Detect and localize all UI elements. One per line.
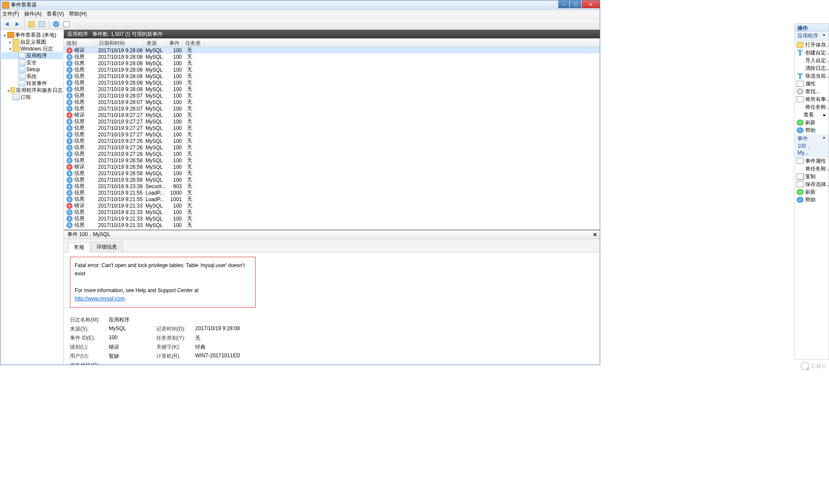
window-title: 事件查看器 [11,1,37,9]
tree-security[interactable]: 安全 [1,59,63,66]
action-import-custom[interactable]: 导入自定... [795,57,829,64]
action-clear-log[interactable]: 清除日志... [795,64,829,72]
tree-windows-logs[interactable]: ▾Windows 日志 [1,45,63,52]
menu-view[interactable]: 查看(V) [47,10,64,18]
prop-computer-label: 计算机(R): [156,353,195,360]
table-row[interactable]: i信息2017/10/19 9:27:26MySQL100无 [64,151,600,157]
action-properties[interactable]: 属性 [795,80,829,88]
event-rows[interactable]: !错误2017/10/19 9:28:08MySQL100无i信息2017/10… [64,47,600,230]
table-row[interactable]: !错误2017/10/19 9:21:33MySQL100无 [64,202,600,209]
tab-general[interactable]: 常规 [68,242,90,252]
menu-file[interactable]: 文件(F) [2,10,19,18]
actions-section-event[interactable]: 事件 100，My...▲ [795,134,829,157]
export-button[interactable] [62,19,71,29]
action-filter-current[interactable]: 筛选当前... [795,72,829,80]
table-row[interactable]: i信息2017/10/19 9:21:55LoadP...1001无 [64,196,600,202]
action-open-saved[interactable]: 打开保存... [795,41,829,49]
table-row[interactable]: i信息2017/10/19 9:27:27MySQL100无 [64,125,600,131]
properties-button[interactable] [37,19,47,29]
event-message-link[interactable]: http://www.mysql.com [75,296,125,302]
action-refresh2[interactable]: 刷新 [795,188,829,196]
action-find[interactable]: 查找... [795,88,829,95]
menu-help[interactable]: 帮助(H) [69,10,87,18]
table-row[interactable]: i信息2017/10/19 9:27:27MySQL100无 [64,131,600,138]
back-button[interactable] [2,19,12,29]
row-source: MySQL [146,216,167,222]
prop-opcode-label: 操作代码(O): [70,362,109,365]
show-tree-button[interactable] [27,19,36,29]
row-source: MySQL [146,47,167,54]
action-copy[interactable]: 复制 [795,173,829,180]
titlebar[interactable]: 事件查看器 ─ ▢ ✕ [0,0,600,10]
col-id[interactable]: 事件 ID [165,38,183,47]
action-help2[interactable]: 帮助 [795,196,829,204]
nav-tree[interactable]: ▸事件查看器 (本地) ▸自定义视图 ▾Windows 日志 应用程序 安全 S… [0,30,64,365]
tree-root[interactable]: ▸事件查看器 (本地) [1,32,63,38]
row-id: 100 [167,99,184,105]
list-header-count: 事件数: 1,507 (!) 可用的新事件 [92,31,163,38]
row-source: MySQL [146,138,167,144]
action-save-all[interactable]: 将所有事... [795,95,829,103]
table-row[interactable]: i信息2017/10/19 9:26:58MySQL100无 [64,170,600,176]
detail-close-button[interactable]: ✕ [593,232,597,238]
tree-custom-views[interactable]: ▸自定义视图 [1,38,63,45]
minimize-button[interactable]: ─ [558,0,570,8]
close-button[interactable]: ✕ [582,0,600,8]
tree-forwarded[interactable]: 转发事件 [1,80,63,87]
table-row[interactable]: i信息2017/10/19 9:26:58MySQL100无 [64,176,600,183]
table-row[interactable]: !错误2017/10/19 9:27:27MySQL100无 [64,112,600,118]
action-event-attach[interactable]: 将任务附... [795,165,829,173]
table-row[interactable]: i信息2017/10/19 9:28:07MySQL100无 [64,92,600,99]
table-row[interactable]: i信息2017/10/19 9:28:08MySQL100无 [64,66,600,73]
menu-action[interactable]: 操作(A) [24,10,41,18]
col-datetime[interactable]: 日期和时间 [96,38,144,47]
table-row[interactable]: i信息2017/10/19 9:21:33MySQL100无 [64,222,600,228]
event-message-box: Fatal error: Can't open and lock privile… [70,257,256,308]
tree-system[interactable]: 系统 [1,73,63,80]
action-refresh[interactable]: 刷新 [795,119,829,126]
row-id: 100 [167,80,184,86]
table-row[interactable]: !错误2017/10/19 9:28:08MySQL100无 [64,47,600,54]
action-create-custom[interactable]: 创建自定... [795,49,829,57]
tree-setup[interactable]: Setup [1,66,63,73]
info-icon: i [66,119,73,125]
tab-details[interactable]: 详细信息 [91,242,123,252]
table-row[interactable]: i信息2017/10/19 9:23:38Securit...903无 [64,183,600,189]
table-row[interactable]: i信息2017/10/19 9:27:26MySQL100无 [64,144,600,151]
help-button[interactable] [51,19,61,29]
forward-button[interactable] [13,19,22,29]
table-row[interactable]: i信息2017/10/19 9:28:08MySQL100无 [64,86,600,92]
action-view[interactable]: 查看▸ [795,111,829,119]
action-attach-task[interactable]: 将任务附... [795,103,829,111]
action-event-properties[interactable]: 事件属性 [795,157,829,165]
table-row[interactable]: i信息2017/10/19 9:28:07MySQL100无 [64,105,600,112]
row-source: MySQL [146,54,167,60]
tree-app-services[interactable]: ▸应用程序和服务日志 [1,87,63,94]
table-row[interactable]: i信息2017/10/19 9:28:08MySQL100无 [64,54,600,60]
action-help[interactable]: 帮助 [795,126,829,134]
table-row[interactable]: i信息2017/10/19 9:28:07MySQL100无 [64,99,600,105]
table-row[interactable]: i信息2017/10/19 9:21:33MySQL100无 [64,215,600,222]
table-row[interactable]: i信息2017/10/19 9:28:08MySQL100无 [64,60,600,66]
row-id: 903 [167,183,184,189]
col-level[interactable]: 级别 [64,38,96,47]
table-row[interactable]: i信息2017/10/19 9:28:08MySQL100无 [64,79,600,86]
table-row[interactable]: i信息2017/10/19 9:26:58MySQL100无 [64,157,600,164]
info-icon: i [66,222,73,228]
table-row[interactable]: i信息2017/10/19 9:27:26MySQL100无 [64,138,600,144]
table-row[interactable]: i信息2017/10/19 9:21:33MySQL100无 [64,209,600,215]
table-row[interactable]: i信息2017/10/19 9:28:08MySQL100无 [64,73,600,79]
tree-subscriptions[interactable]: 订阅 [1,94,63,101]
tree-application[interactable]: 应用程序 [1,52,63,59]
action-save-selected[interactable]: 保存选择... [795,180,829,188]
table-row[interactable]: !错误2017/10/19 9:26:58MySQL100无 [64,164,600,170]
col-category[interactable]: 任务类别 [183,38,204,47]
detail-title: 事件 100，MySQL [67,231,110,238]
maximize-button[interactable]: ▢ [570,0,581,8]
col-source[interactable]: 来源 [144,38,165,47]
arrow-left-icon [5,22,9,26]
table-row[interactable]: i信息2017/10/19 9:21:55LoadP...1000无 [64,189,600,196]
column-headers[interactable]: 级别 日期和时间 来源 事件 ID 任务类别 [64,38,600,47]
table-row[interactable]: i信息2017/10/19 9:27:27MySQL100无 [64,118,600,125]
actions-section-app[interactable]: 应用程序▲ [795,32,829,41]
